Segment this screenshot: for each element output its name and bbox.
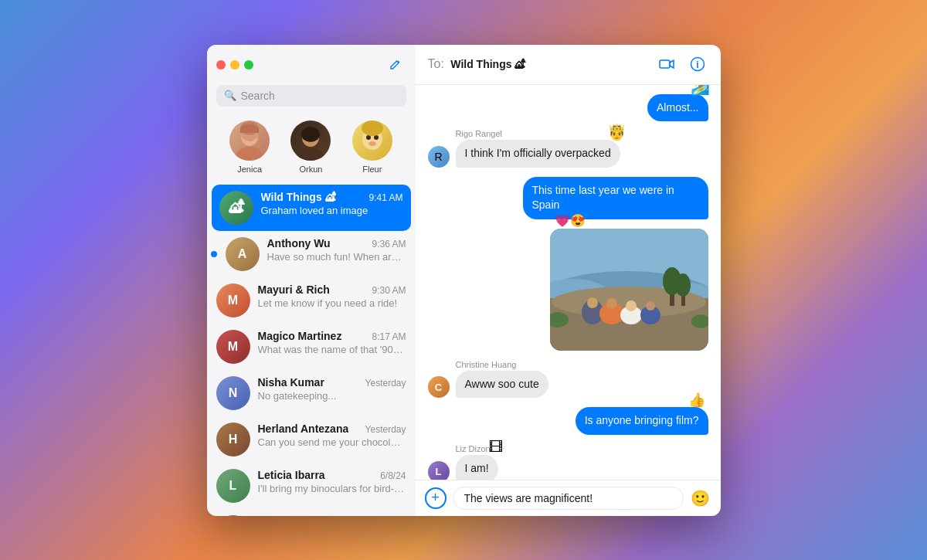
svg-point-24 bbox=[606, 298, 617, 309]
minimize-button[interactable] bbox=[230, 60, 239, 70]
conv-preview-wild-things: Graham loved an image bbox=[261, 205, 403, 216]
add-attachment-button[interactable]: + bbox=[425, 487, 447, 509]
conv-content-magico-martinez: Magico Martinez 8:17 AM What was the nam… bbox=[258, 330, 406, 355]
conv-name-mayuri-rich: Mayuri & Rich bbox=[258, 283, 330, 296]
app-window: 🔍 Search Jenica bbox=[207, 45, 721, 516]
traffic-lights bbox=[216, 60, 253, 70]
conv-time-mayuri-rich: 9:30 AM bbox=[372, 285, 406, 296]
pinned-contact-orkun[interactable]: Orkun bbox=[290, 120, 331, 174]
message-christine: Christine Huang C Awww soo cute bbox=[428, 360, 708, 399]
conv-preview-nisha-kumar: No gatekeeping... bbox=[258, 390, 406, 402]
avatar-rigo: R bbox=[428, 146, 450, 168]
avatar-fleur bbox=[352, 120, 392, 161]
sender-name-rigo: Rigo Rangel bbox=[456, 129, 708, 138]
conv-name-anthony-wu: Anthony Wu bbox=[267, 237, 331, 249]
message-film: 👍 Is anyone bringing film? bbox=[428, 407, 708, 435]
chat-title-text: Wild Things 🏕 bbox=[450, 58, 525, 70]
compose-button[interactable] bbox=[385, 54, 406, 76]
avatar-christine: C bbox=[428, 376, 450, 398]
svg-point-10 bbox=[368, 141, 376, 146]
svg-point-6 bbox=[301, 127, 320, 142]
unread-indicator bbox=[211, 251, 217, 257]
svg-point-5 bbox=[297, 148, 324, 161]
chat-title: To: Wild Things 🏕 bbox=[428, 57, 526, 71]
conversation-item-leticia-ibarra[interactable]: L Leticia Ibarra 6/8/24 I'll bring my bi… bbox=[207, 463, 416, 509]
svg-point-11 bbox=[362, 120, 383, 136]
bubble-christine: Awww soo cute bbox=[456, 371, 548, 399]
conversation-list: 🏕 Wild Things 🏕 9:41 AM Graham loved an … bbox=[207, 185, 416, 516]
conv-content-wild-things: Wild Things 🏕 9:41 AM Graham loved an im… bbox=[261, 191, 403, 216]
chat-header: To: Wild Things 🏕 i bbox=[416, 45, 721, 85]
svg-point-34 bbox=[675, 273, 691, 297]
message-rigo: Rigo Rangel R 🤴 I think I'm officially o… bbox=[428, 129, 708, 168]
info-button[interactable]: i bbox=[687, 53, 708, 75]
conv-content-leticia-ibarra: Leticia Ibarra 6/8/24 I'll bring my bino… bbox=[258, 469, 406, 494]
emoji-button[interactable]: 🙂 bbox=[690, 487, 711, 509]
conversation-item-tito-santos[interactable]: T Tito Santos 6/7/24 One triple shot com… bbox=[207, 509, 416, 516]
conversation-item-magico-martinez[interactable]: M Magico Martinez 8:17 AM What was the n… bbox=[207, 324, 416, 370]
search-icon: 🔍 bbox=[224, 90, 236, 101]
svg-point-8 bbox=[366, 135, 371, 140]
pinned-contact-fleur[interactable]: Fleur bbox=[352, 120, 392, 174]
maximize-button[interactable] bbox=[244, 60, 253, 70]
conv-content-nisha-kumar: Nisha Kumar Yesterday No gatekeeping... bbox=[258, 376, 406, 402]
message-liz: Liz Dizon L 🎞 I am! bbox=[428, 444, 708, 479]
close-button[interactable] bbox=[216, 60, 226, 70]
titlebar bbox=[207, 45, 416, 85]
pinned-label-fleur: Fleur bbox=[362, 165, 382, 174]
message-input[interactable] bbox=[453, 487, 684, 510]
avatar-orkun bbox=[290, 120, 331, 161]
sidebar: 🔍 Search Jenica bbox=[207, 45, 416, 516]
svg-point-9 bbox=[374, 135, 379, 140]
conv-name-wild-things: Wild Things 🏕 bbox=[261, 191, 336, 203]
conv-avatar-magico-martinez: M bbox=[216, 330, 250, 364]
svg-point-28 bbox=[646, 301, 655, 311]
conv-avatar-leticia-ibarra: L bbox=[216, 469, 250, 503]
conv-preview-anthony-wu: Have so much fun! When are you back? bbox=[267, 251, 406, 263]
conv-name-leticia-ibarra: Leticia Ibarra bbox=[258, 469, 325, 481]
conv-time-wild-things: 9:41 AM bbox=[368, 192, 402, 203]
conv-avatar-wild-things: 🏕 bbox=[219, 191, 253, 225]
conv-preview-herland-antezana: Can you send me your chocolate chip cook… bbox=[258, 436, 406, 448]
conv-name-herland-antezana: Herland Antezana bbox=[258, 423, 349, 435]
conv-time-nisha-kumar: Yesterday bbox=[365, 378, 406, 389]
input-area: + 🙂 bbox=[416, 480, 721, 516]
pinned-contacts: Jenica Orkun bbox=[207, 114, 416, 185]
svg-point-22 bbox=[587, 297, 598, 308]
sender-name-christine: Christine Huang bbox=[456, 360, 708, 369]
conv-time-herland-antezana: Yesterday bbox=[365, 424, 406, 435]
conv-avatar-anthony-wu: A bbox=[226, 237, 260, 271]
message-photo: 💗😍 bbox=[428, 226, 708, 351]
conv-time-magico-martinez: 8:17 AM bbox=[372, 331, 406, 342]
message-almost: 🏄 Almost... bbox=[428, 94, 708, 122]
bubble-spain: This time last year we were in Spain bbox=[523, 177, 708, 219]
bubble-almost: Almost... bbox=[647, 94, 708, 122]
svg-text:i: i bbox=[696, 59, 698, 70]
avatar-liz: L bbox=[428, 461, 450, 480]
pinned-label-jenica: Jenica bbox=[237, 165, 262, 174]
conv-name-nisha-kumar: Nisha Kumar bbox=[258, 376, 324, 389]
search-bar[interactable]: 🔍 Search bbox=[216, 85, 406, 107]
bubble-liz: I am! bbox=[456, 455, 498, 479]
conv-name-magico-martinez: Magico Martinez bbox=[258, 330, 342, 342]
chat-panel: To: Wild Things 🏕 i bbox=[416, 45, 721, 516]
svg-point-1 bbox=[236, 147, 263, 161]
pinned-label-orkun: Orkun bbox=[300, 165, 323, 174]
avatar-jenica bbox=[229, 120, 270, 161]
conversation-item-anthony-wu[interactable]: A Anthony Wu 9:36 AM Have so much fun! W… bbox=[207, 231, 416, 277]
pinned-contact-jenica[interactable]: Jenica bbox=[229, 120, 270, 174]
conv-content-anthony-wu: Anthony Wu 9:36 AM Have so much fun! Whe… bbox=[267, 237, 406, 263]
conv-preview-magico-martinez: What was the name of that '90s thriller … bbox=[258, 344, 406, 355]
conv-name-tito-santos: Tito Santos bbox=[258, 515, 317, 516]
video-call-button[interactable] bbox=[656, 53, 677, 75]
conversation-item-herland-antezana[interactable]: H Herland Antezana Yesterday Can you sen… bbox=[207, 416, 416, 463]
chat-image bbox=[550, 229, 708, 351]
conv-content-tito-santos: Tito Santos 6/7/24 One triple shot comin… bbox=[258, 515, 406, 516]
conv-content-herland-antezana: Herland Antezana Yesterday Can you send … bbox=[258, 423, 406, 448]
conversation-item-mayuri-rich[interactable]: M Mayuri & Rich 9:30 AM Let me know if y… bbox=[207, 277, 416, 324]
conversation-item-wild-things[interactable]: 🏕 Wild Things 🏕 9:41 AM Graham loved an … bbox=[212, 185, 411, 231]
conv-preview-mayuri-rich: Let me know if you need a ride! bbox=[258, 297, 406, 309]
conversation-item-nisha-kumar[interactable]: N Nisha Kumar Yesterday No gatekeeping..… bbox=[207, 370, 416, 416]
conv-time-leticia-ibarra: 6/8/24 bbox=[380, 470, 406, 481]
svg-point-26 bbox=[626, 300, 637, 311]
